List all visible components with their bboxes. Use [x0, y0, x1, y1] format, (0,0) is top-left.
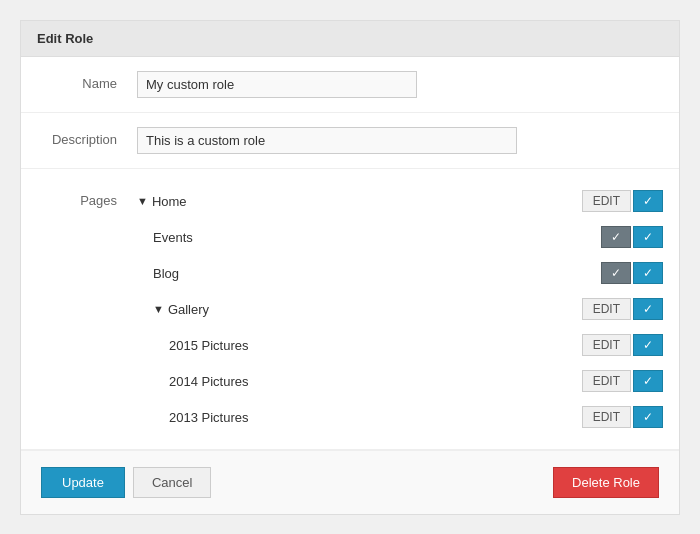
page-item-label: Events [153, 230, 601, 245]
page-item-home: ▼ Home EDIT ✓ [137, 183, 663, 219]
name-input[interactable] [137, 71, 417, 98]
update-button[interactable]: Update [41, 467, 125, 498]
edit-button-2014[interactable]: EDIT [582, 370, 631, 392]
page-actions-gallery: EDIT ✓ [582, 298, 663, 320]
check-button-blog[interactable]: ✓ [633, 262, 663, 284]
check-button-gallery[interactable]: ✓ [633, 298, 663, 320]
footer-left-buttons: Update Cancel [41, 467, 211, 498]
page-actions-home: EDIT ✓ [582, 190, 663, 212]
check-button-2014[interactable]: ✓ [633, 370, 663, 392]
page-item-2014pictures: 2014 Pictures EDIT ✓ [137, 363, 663, 399]
page-actions-2013: EDIT ✓ [582, 406, 663, 428]
name-row: Name [21, 57, 679, 113]
check-button-2015[interactable]: ✓ [633, 334, 663, 356]
name-label: Name [37, 71, 137, 91]
pages-section: ▼ Home EDIT ✓ Events ✓ ✓ [137, 183, 663, 435]
page-item-label: 2013 Pictures [169, 410, 582, 425]
page-actions-2014: EDIT ✓ [582, 370, 663, 392]
chevron-down-icon: ▼ [137, 195, 148, 207]
page-item-2015pictures: 2015 Pictures EDIT ✓ [137, 327, 663, 363]
edit-button-2015[interactable]: EDIT [582, 334, 631, 356]
page-item-2013pictures: 2013 Pictures EDIT ✓ [137, 399, 663, 435]
check-button-events[interactable]: ✓ [633, 226, 663, 248]
form-footer: Update Cancel Delete Role [21, 450, 679, 514]
description-row: Description [21, 113, 679, 169]
title-text: Edit Role [37, 31, 93, 46]
panel-title: Edit Role [21, 21, 679, 57]
check-button-2013[interactable]: ✓ [633, 406, 663, 428]
description-input[interactable] [137, 127, 517, 154]
form-body: Name Description Pages ▼ Home EDIT [21, 57, 679, 450]
page-item-label: 2014 Pictures [169, 374, 582, 389]
page-item-blog: Blog ✓ ✓ [137, 255, 663, 291]
edit-button-gallery[interactable]: EDIT [582, 298, 631, 320]
edit-button-2013[interactable]: EDIT [582, 406, 631, 428]
footer-right-buttons: Delete Role [553, 467, 659, 498]
check-gray-button-blog[interactable]: ✓ [601, 262, 631, 284]
edit-role-panel: Edit Role Name Description Pages ▼ Home [20, 20, 680, 515]
page-actions-events: ✓ ✓ [601, 226, 663, 248]
delete-role-button[interactable]: Delete Role [553, 467, 659, 498]
page-item-label: Gallery [168, 302, 582, 317]
page-item-events: Events ✓ ✓ [137, 219, 663, 255]
name-control [137, 71, 663, 98]
check-button-home[interactable]: ✓ [633, 190, 663, 212]
pages-row: Pages ▼ Home EDIT ✓ Events ✓ ✓ [21, 169, 679, 450]
page-item-label: Blog [153, 266, 601, 281]
page-item-label: 2015 Pictures [169, 338, 582, 353]
page-item-gallery: ▼ Gallery EDIT ✓ [137, 291, 663, 327]
page-item-label: Home [152, 194, 582, 209]
cancel-button[interactable]: Cancel [133, 467, 211, 498]
page-actions-blog: ✓ ✓ [601, 262, 663, 284]
chevron-down-icon: ▼ [153, 303, 164, 315]
page-actions-2015: EDIT ✓ [582, 334, 663, 356]
check-gray-button-events[interactable]: ✓ [601, 226, 631, 248]
description-control [137, 127, 663, 154]
pages-label: Pages [37, 183, 137, 208]
description-label: Description [37, 127, 137, 147]
edit-button-home[interactable]: EDIT [582, 190, 631, 212]
